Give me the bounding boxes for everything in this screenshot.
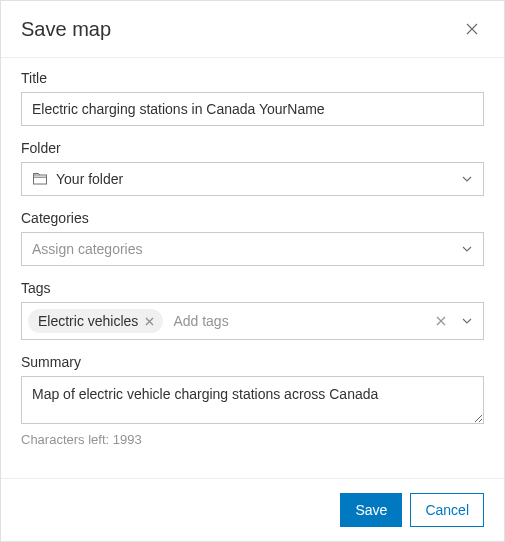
- clear-tags-button[interactable]: [431, 311, 451, 331]
- field-summary: Summary Characters left: 1993: [21, 354, 484, 447]
- dialog-content: Title Folder Your folder Categories Assi…: [1, 58, 504, 478]
- save-button[interactable]: Save: [340, 493, 402, 527]
- close-button[interactable]: [460, 17, 484, 41]
- chevron-down-icon: [461, 173, 473, 185]
- field-folder: Folder Your folder: [21, 140, 484, 196]
- folder-select[interactable]: Your folder: [21, 162, 484, 196]
- tag-chip-label: Electric vehicles: [38, 313, 138, 329]
- title-input[interactable]: [21, 92, 484, 126]
- tag-chip: Electric vehicles: [28, 309, 163, 333]
- title-label: Title: [21, 70, 484, 86]
- field-tags: Tags Electric vehicles: [21, 280, 484, 340]
- folder-label: Folder: [21, 140, 484, 156]
- summary-helper: Characters left: 1993: [21, 432, 484, 447]
- field-categories: Categories Assign categories: [21, 210, 484, 266]
- tags-label: Tags: [21, 280, 484, 296]
- tags-text-input[interactable]: [169, 309, 425, 333]
- tags-dropdown-button[interactable]: [457, 311, 477, 331]
- close-icon: [464, 21, 480, 37]
- field-title: Title: [21, 70, 484, 126]
- categories-label: Categories: [21, 210, 484, 226]
- dialog-title: Save map: [21, 18, 111, 41]
- dialog-header: Save map: [1, 1, 504, 58]
- cancel-button[interactable]: Cancel: [410, 493, 484, 527]
- categories-placeholder: Assign categories: [32, 241, 143, 257]
- folder-value: Your folder: [56, 171, 123, 187]
- summary-label: Summary: [21, 354, 484, 370]
- summary-textarea[interactable]: [21, 376, 484, 424]
- chevron-down-icon: [461, 243, 473, 255]
- svg-rect-0: [34, 175, 47, 184]
- dialog-footer: Save Cancel: [1, 478, 504, 541]
- tags-input-box[interactable]: Electric vehicles: [21, 302, 484, 340]
- folder-icon: [32, 171, 48, 187]
- categories-select[interactable]: Assign categories: [21, 232, 484, 266]
- save-map-dialog: Save map Title Folder Your folder: [0, 0, 505, 542]
- remove-tag-button[interactable]: [144, 316, 155, 327]
